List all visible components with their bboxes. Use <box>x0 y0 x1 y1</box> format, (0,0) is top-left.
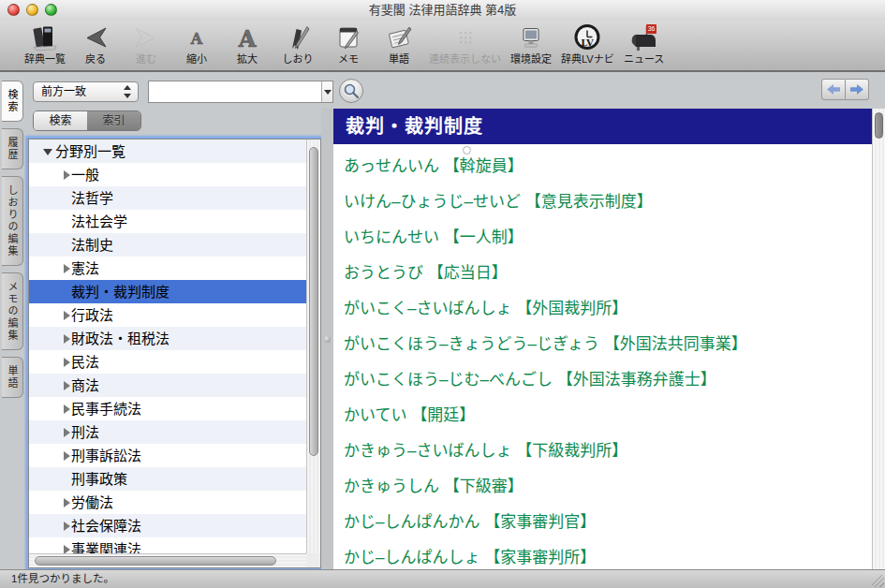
article-panel: 裁判・裁判制度 あっせんいん 【斡旋員】いけん–ひょうじ–せいど 【意見表示制度… <box>333 109 872 569</box>
toolbar-label-lv-navi: 辞典LVナビ <box>561 51 614 66</box>
svg-text:LV: LV <box>582 37 595 48</box>
toolbar: 辞典一覧戻る進むA縮小A拡大しおりメモ単語連続表示しない環境設定LV辞典LVナビ… <box>0 21 885 72</box>
panel-splitter[interactable] <box>321 109 333 569</box>
tree-horizontal-scrollbar[interactable] <box>29 553 306 567</box>
window-title: 有斐閣 法律用語辞典 第4版 <box>0 0 885 21</box>
entry-link[interactable]: かじ–しんぱんしょ 【家事審判所】 <box>344 547 872 569</box>
tree-row[interactable]: 民法 <box>29 350 306 374</box>
tree-row[interactable]: 財政法・租税法 <box>29 327 306 350</box>
tree-row[interactable]: 法社会学 <box>29 210 306 233</box>
entry-link[interactable]: がいこくほう–きょうどう–じぎょう 【外国法共同事業】 <box>344 333 872 369</box>
tree-row[interactable]: 裁判・裁判制度 <box>29 280 306 303</box>
page-forward-button[interactable] <box>846 79 869 100</box>
page-nav <box>821 79 869 100</box>
word-icon <box>385 23 413 51</box>
forward-arrow-icon <box>132 23 160 51</box>
entry-list: あっせんいん 【斡旋員】いけん–ひょうじ–せいど 【意見表示制度】いちにんせい … <box>333 144 872 569</box>
tree-row-label: 刑事政策 <box>71 467 127 491</box>
tree-vscroll-thumb[interactable] <box>309 147 318 456</box>
tree-row[interactable]: 憲法 <box>29 257 306 280</box>
tree-row[interactable]: 刑事訴訟法 <box>29 444 306 467</box>
tree-vertical-scrollbar[interactable] <box>306 140 320 553</box>
page-back-button[interactable] <box>821 79 846 100</box>
tree-row[interactable]: 民事手続法 <box>29 397 306 420</box>
tree-row[interactable]: 社会保障法 <box>29 514 306 537</box>
toolbar-button-dictionary-list[interactable]: 辞典一覧 <box>24 23 66 66</box>
side-tab-5[interactable]: 単語 <box>2 357 23 398</box>
magnifier-icon <box>343 82 360 99</box>
entry-link[interactable]: かじ–しんぱんかん 【家事審判官】 <box>344 511 872 547</box>
tree-row-label: 裁判・裁判制度 <box>71 280 170 303</box>
toolbar-button-back[interactable]: 戻る <box>75 23 116 66</box>
toolbar-label-shrink-text: 縮小 <box>186 51 207 66</box>
side-tab-2[interactable]: 履歴 <box>2 128 23 169</box>
tree-row-label: 民法 <box>71 350 99 374</box>
toolbar-button-preferences[interactable]: 環境設定 <box>510 23 552 66</box>
entry-link[interactable]: いけん–ひょうじ–せいど 【意見表示制度】 <box>344 191 872 227</box>
entry-link[interactable]: がいこくほう–じむ–べんごし 【外国法事務弁護士】 <box>344 369 872 404</box>
entry-link[interactable]: かいてい 【開廷】 <box>344 404 872 440</box>
tree-row[interactable]: 行政法 <box>29 303 306 327</box>
side-tab-4[interactable]: メモの編集 <box>2 272 23 350</box>
entry-link[interactable]: かきゅうしん 【下級審】 <box>344 476 872 511</box>
tree-row[interactable]: 法哲学 <box>29 186 306 210</box>
svg-text:A: A <box>190 30 203 48</box>
tree-row[interactable]: 事業関連法 <box>29 537 306 553</box>
article-scroll-thumb[interactable] <box>875 112 883 139</box>
toolbar-button-news[interactable]: ニュース36 <box>624 23 665 66</box>
resize-grip[interactable] <box>872 575 884 587</box>
toolbar-button-enlarge-text[interactable]: A拡大 <box>227 23 268 66</box>
chevron-down-icon <box>324 90 332 95</box>
toolbar-button-lv-navi[interactable]: LV辞典LVナビ <box>561 23 614 66</box>
dots-grid-icon <box>451 23 479 51</box>
entry-link[interactable]: いちにんせい 【一人制】 <box>344 227 872 262</box>
tree-row[interactable]: 労働法 <box>29 491 306 514</box>
entry-link[interactable]: あっせんいん 【斡旋員】 <box>344 155 872 191</box>
disclosure-expanded-icon[interactable] <box>42 140 53 163</box>
toolbar-label-no-continuous-display: 連続表示しない <box>429 51 501 66</box>
status-message: 1件見つかりました。 <box>11 573 114 584</box>
tree-row-label: 社会保障法 <box>71 514 141 537</box>
toolbar-button-word[interactable]: 単語 <box>378 23 420 66</box>
side-tab-3[interactable]: しおりの編集 <box>2 176 23 266</box>
arrow-right-icon <box>850 84 863 95</box>
toolbar-label-preferences: 環境設定 <box>510 51 552 66</box>
side-tab-1[interactable]: 検索 <box>2 81 23 122</box>
search-index-segmented-control: 検索索引 <box>33 110 141 131</box>
toolbar-label-news: ニュース <box>624 51 664 66</box>
monitor-icon <box>517 23 545 51</box>
entry-link[interactable]: がいこく–さいばんしょ 【外国裁判所】 <box>344 298 872 333</box>
segment-2[interactable]: 索引 <box>87 111 140 130</box>
tree-row[interactable]: 刑法 <box>29 420 306 444</box>
article-scrollbar[interactable] <box>872 109 885 569</box>
entry-link[interactable]: かきゅう–さいばんしょ 【下級裁判所】 <box>344 440 872 476</box>
segment-1[interactable]: 検索 <box>34 111 87 130</box>
entry-link[interactable]: おうとうび 【応当日】 <box>344 262 872 298</box>
toolbar-label-forward: 進む <box>136 51 156 66</box>
small-a-icon: A <box>183 23 211 51</box>
tree-row[interactable]: 刑事政策 <box>29 467 306 491</box>
toolbar-button-memo[interactable]: メモ <box>328 23 369 66</box>
title-bar[interactable]: 有斐閣 法律用語辞典 第4版 <box>0 0 885 21</box>
match-mode-popup[interactable]: 前方一致 <box>33 81 139 102</box>
toolbar-label-back: 戻る <box>85 51 106 66</box>
toolbar-button-bookmark[interactable]: しおり <box>277 23 318 66</box>
search-button[interactable] <box>339 79 363 103</box>
toolbar-button-shrink-text[interactable]: A縮小 <box>176 23 217 66</box>
memo-icon <box>334 23 362 51</box>
tree-row-label: 分野別一覧 <box>55 140 125 163</box>
combo-dropdown-button[interactable] <box>321 81 332 102</box>
tree-hscroll-thumb[interactable] <box>35 556 276 566</box>
tree-row[interactable]: 商法 <box>29 374 306 397</box>
toolbar-label-dictionary-list: 辞典一覧 <box>24 51 66 66</box>
news-badge: 36 <box>646 24 657 34</box>
tree-row[interactable]: 法制史 <box>29 233 306 257</box>
tree-row-label: 商法 <box>71 374 99 397</box>
app-window: 有斐閣 法律用語辞典 第4版 辞典一覧戻る進むA縮小A拡大しおりメモ単語連続表示… <box>0 0 885 588</box>
match-mode-value: 前方一致 <box>41 85 86 98</box>
search-input[interactable] <box>149 81 321 102</box>
status-bar: 1件見つかりました。 <box>0 569 885 588</box>
splitter-grip-icon <box>324 336 331 343</box>
tree-row[interactable]: 一般 <box>29 163 306 186</box>
tree-row[interactable]: 分野別一覧 <box>29 140 306 163</box>
